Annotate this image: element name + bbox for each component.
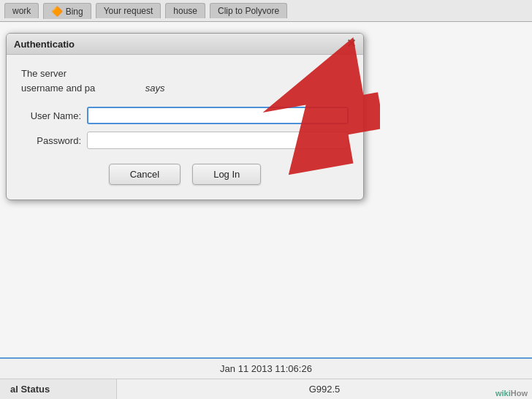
password-row: Password: bbox=[21, 132, 349, 149]
username-row: User Name: bbox=[21, 107, 349, 124]
tab-house[interactable]: house bbox=[165, 3, 205, 18]
password-input[interactable] bbox=[87, 132, 349, 149]
tab-clip-polyvore[interactable]: Clip to Polyvore bbox=[210, 3, 287, 18]
dialog-message: The server username and pa says bbox=[21, 66, 349, 95]
auth-dialog: Authenticatio ✕ The server username and … bbox=[6, 33, 364, 200]
tab-work[interactable]: work bbox=[4, 3, 39, 18]
status-row: al Status G992.5 bbox=[0, 379, 532, 399]
tab-your-request[interactable]: Your request bbox=[96, 3, 162, 18]
dialog-titlebar: Authenticatio ✕ bbox=[7, 34, 363, 55]
cancel-button[interactable]: Cancel bbox=[109, 164, 180, 185]
dialog-message-line2: username and pa bbox=[21, 83, 95, 94]
bing-icon: 🔶 bbox=[51, 6, 63, 17]
login-button[interactable]: Log In bbox=[192, 164, 261, 185]
wikihow-wiki: wiki bbox=[495, 389, 511, 398]
bottom-info-bar: Jan 11 2013 11:06:26 al Status G992.5 bbox=[0, 357, 532, 399]
status-value: G992.5 bbox=[117, 379, 532, 399]
tab-work-label: work bbox=[12, 6, 31, 16]
password-label: Password: bbox=[21, 135, 87, 146]
dialog-message-line1: The server bbox=[21, 68, 66, 79]
date-row: Jan 11 2013 11:06:26 bbox=[0, 359, 532, 379]
dialog-title: Authenticatio bbox=[14, 39, 75, 50]
browser-toolbar: work 🔶 Bing Your request house Clip to P… bbox=[0, 0, 532, 22]
dialog-says: says bbox=[145, 83, 165, 94]
tab-your-request-label: Your request bbox=[104, 6, 153, 16]
dialog-buttons: Cancel Log In bbox=[21, 164, 349, 185]
date-value: Jan 11 2013 11:06:26 bbox=[0, 359, 532, 379]
dialog-close-button[interactable]: ✕ bbox=[346, 38, 356, 50]
main-content: Authenticatio ✕ The server username and … bbox=[0, 22, 532, 399]
status-label: al Status bbox=[0, 379, 117, 399]
username-label: User Name: bbox=[21, 110, 87, 121]
wikihow-how: How bbox=[511, 389, 528, 398]
dialog-body: The server username and pa says User Nam… bbox=[7, 55, 363, 200]
wikihow-badge: wikiHow bbox=[495, 389, 528, 398]
tab-clip-polyvore-label: Clip to Polyvore bbox=[218, 6, 279, 16]
username-input[interactable] bbox=[87, 107, 349, 124]
tab-bing-label: Bing bbox=[66, 7, 83, 17]
tab-bing[interactable]: 🔶 Bing bbox=[43, 3, 91, 19]
tab-house-label: house bbox=[173, 6, 197, 16]
